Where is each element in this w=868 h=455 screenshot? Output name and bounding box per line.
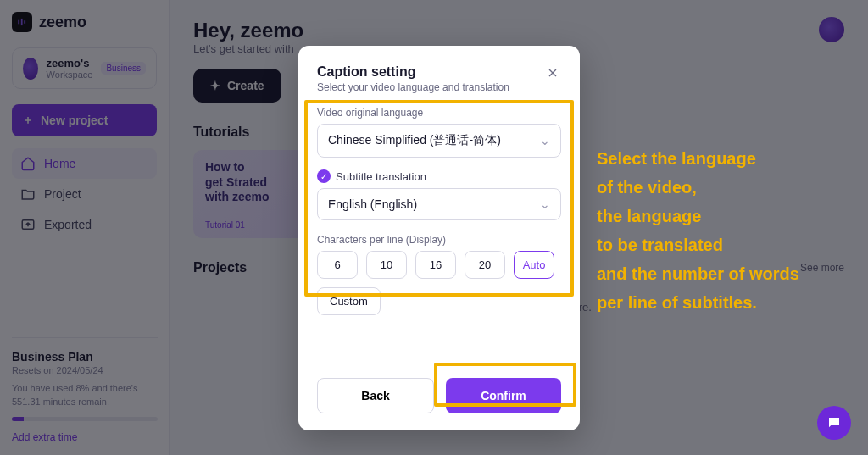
chevron-down-icon: ⌄ bbox=[540, 134, 550, 147]
translation-language-select[interactable]: English (English) ⌄ bbox=[317, 188, 561, 220]
confirm-button[interactable]: Confirm bbox=[446, 378, 561, 413]
chars-per-line-chip[interactable]: 10 bbox=[366, 251, 407, 279]
checkmark-icon[interactable]: ✓ bbox=[317, 169, 331, 183]
annotation-line: to be translated bbox=[597, 230, 851, 259]
caption-setting-modal: Caption setting Select your video langua… bbox=[298, 46, 580, 430]
annotation-line: the language bbox=[597, 202, 851, 230]
chars-per-line-chip[interactable]: 20 bbox=[465, 251, 505, 279]
modal-title: Caption setting bbox=[317, 64, 509, 80]
annotation-line: and the number of words bbox=[597, 259, 851, 288]
chars-per-line-chip[interactable]: Custom bbox=[317, 287, 381, 315]
original-language-label: Video original language bbox=[317, 107, 561, 119]
back-button[interactable]: Back bbox=[317, 378, 434, 413]
annotation-line: Select the language bbox=[597, 144, 851, 173]
original-language-value: Chinese Simplified (普通话-简体) bbox=[328, 133, 501, 148]
chat-fab[interactable] bbox=[817, 406, 851, 440]
chars-per-line-chip[interactable]: 6 bbox=[317, 251, 358, 279]
annotation-text: Select the language of the video, the la… bbox=[597, 144, 851, 317]
close-button[interactable] bbox=[544, 64, 561, 81]
chars-per-line-chip[interactable]: 16 bbox=[415, 251, 456, 279]
annotation-line: of the video, bbox=[597, 173, 851, 202]
original-language-select[interactable]: Chinese Simplified (普通话-简体) ⌄ bbox=[317, 124, 561, 158]
translation-language-value: English (English) bbox=[328, 197, 417, 211]
chars-per-line-label: Characters per line (Display) bbox=[317, 234, 561, 246]
chars-per-line-chip[interactable]: Auto bbox=[514, 251, 554, 279]
chevron-down-icon: ⌄ bbox=[540, 197, 550, 211]
annotation-line: per line of subtitles. bbox=[597, 288, 851, 317]
chars-per-line-options: 6101620AutoCustom bbox=[317, 251, 561, 315]
subtitle-translation-label: Subtitle translation bbox=[336, 170, 426, 183]
modal-subtitle: Select your video language and translati… bbox=[317, 81, 509, 93]
